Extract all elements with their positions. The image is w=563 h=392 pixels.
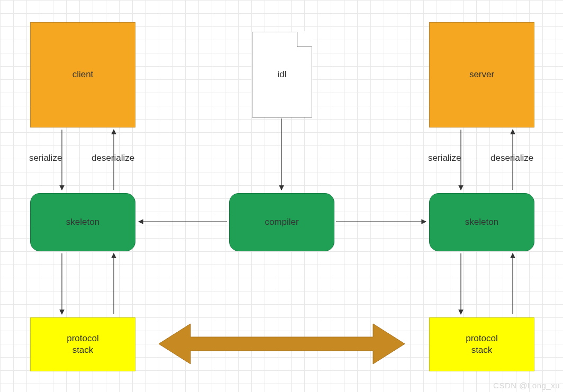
node-skeleton-right-label: skeleton [465,216,498,228]
node-skeleton-left: skeleton [30,193,135,251]
node-compiler: compiler [229,193,334,251]
node-protocol-right-l1: protocol [466,333,497,343]
label-deserialize-right: deserialize [491,153,533,163]
diagram-canvas: client server idl skeleton compiler skel… [0,0,563,392]
node-protocol-right-l2: stack [471,345,493,355]
node-client: client [30,22,135,127]
watermark: CSDN @Long_xu [493,381,560,390]
label-deserialize-left: deserialize [92,153,134,163]
node-idl-file: idl [252,32,312,117]
node-protocol-left-l2: stack [72,345,94,355]
label-serialize-left: serialize [29,153,62,163]
node-server-label: server [469,69,494,80]
label-network: network [266,339,297,349]
node-skeleton-left-label: skeleton [66,216,99,228]
node-compiler-label: compiler [265,216,298,228]
label-serialize-right: serialize [428,153,461,163]
node-skeleton-right: skeleton [429,193,534,251]
node-server: server [429,22,534,127]
node-protocol-stack-right: protocol stack [429,317,534,371]
node-idl-label: idl [277,69,286,80]
node-protocol-left-l1: protocol [67,333,98,343]
node-client-label: client [72,69,94,80]
node-protocol-stack-left: protocol stack [30,317,135,371]
